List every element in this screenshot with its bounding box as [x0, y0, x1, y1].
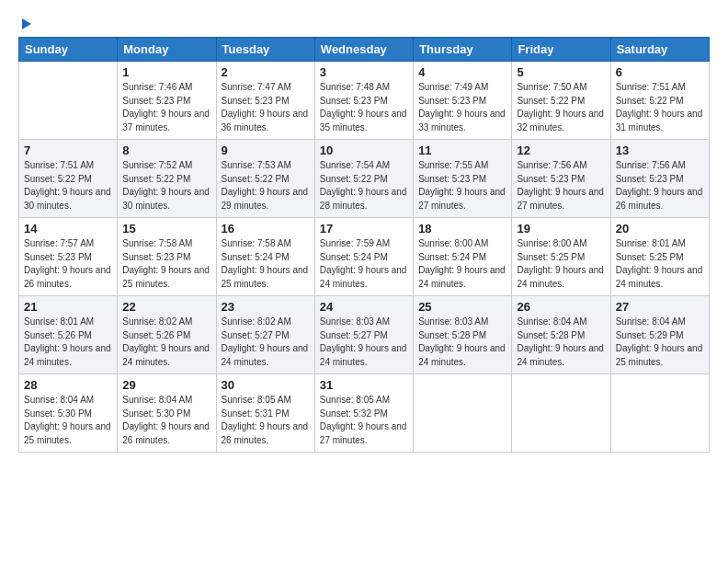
calendar-cell: 5Sunrise: 7:50 AMSunset: 5:22 PMDaylight… — [512, 62, 610, 140]
calendar-cell: 9Sunrise: 7:53 AMSunset: 5:22 PMDaylight… — [216, 140, 314, 218]
day-number: 3 — [320, 65, 408, 79]
day-info: Sunrise: 7:56 AMSunset: 5:23 PMDaylight:… — [616, 159, 704, 213]
day-number: 13 — [616, 144, 704, 157]
calendar-cell: 24Sunrise: 8:03 AMSunset: 5:27 PMDayligh… — [314, 296, 413, 374]
calendar-cell: 4Sunrise: 7:49 AMSunset: 5:23 PMDaylight… — [414, 62, 512, 140]
day-info: Sunrise: 8:04 AMSunset: 5:30 PMDaylight:… — [122, 394, 210, 447]
day-info: Sunrise: 8:05 AMSunset: 5:32 PMDaylight:… — [320, 394, 408, 447]
day-info: Sunrise: 8:02 AMSunset: 5:27 PMDaylight:… — [222, 316, 310, 369]
day-number: 27 — [616, 300, 704, 314]
calendar-header-tuesday: Tuesday — [216, 38, 314, 62]
calendar-week-row: 21Sunrise: 8:01 AMSunset: 5:26 PMDayligh… — [19, 296, 710, 374]
calendar-cell: 20Sunrise: 8:01 AMSunset: 5:25 PMDayligh… — [610, 218, 709, 296]
day-number: 22 — [122, 300, 210, 314]
day-number: 24 — [320, 300, 408, 314]
day-number: 7 — [24, 144, 112, 157]
day-info: Sunrise: 8:04 AMSunset: 5:28 PMDaylight:… — [517, 316, 605, 369]
day-number: 10 — [320, 144, 408, 157]
calendar-cell: 14Sunrise: 7:57 AMSunset: 5:23 PMDayligh… — [19, 218, 118, 296]
day-info: Sunrise: 8:03 AMSunset: 5:27 PMDaylight:… — [320, 316, 408, 369]
logo — [18, 17, 31, 29]
day-number: 6 — [616, 65, 704, 79]
day-number: 20 — [616, 222, 704, 236]
day-info: Sunrise: 7:56 AMSunset: 5:23 PMDaylight:… — [517, 159, 605, 213]
page: SundayMondayTuesdayWednesdayThursdayFrid… — [0, 0, 728, 563]
day-number: 17 — [320, 222, 408, 236]
calendar-header-monday: Monday — [118, 38, 216, 62]
day-info: Sunrise: 7:46 AMSunset: 5:23 PMDaylight:… — [122, 81, 210, 134]
calendar-cell — [414, 374, 512, 453]
calendar-cell: 19Sunrise: 8:00 AMSunset: 5:25 PMDayligh… — [512, 218, 610, 296]
day-info: Sunrise: 7:55 AMSunset: 5:23 PMDaylight:… — [418, 159, 506, 213]
day-info: Sunrise: 8:05 AMSunset: 5:31 PMDaylight:… — [222, 394, 310, 447]
calendar-cell: 1Sunrise: 7:46 AMSunset: 5:23 PMDaylight… — [118, 62, 216, 140]
calendar-cell: 7Sunrise: 7:51 AMSunset: 5:22 PMDaylight… — [19, 140, 118, 218]
logo-arrow-icon — [22, 18, 31, 29]
day-number: 12 — [517, 144, 605, 157]
calendar-table: SundayMondayTuesdayWednesdayThursdayFrid… — [18, 37, 710, 453]
header — [18, 17, 710, 29]
day-number: 8 — [122, 144, 210, 157]
day-info: Sunrise: 7:51 AMSunset: 5:22 PMDaylight:… — [24, 159, 112, 213]
calendar-cell: 16Sunrise: 7:58 AMSunset: 5:24 PMDayligh… — [216, 218, 314, 296]
day-info: Sunrise: 7:54 AMSunset: 5:22 PMDaylight:… — [320, 159, 408, 213]
day-number: 9 — [222, 144, 310, 157]
day-info: Sunrise: 8:01 AMSunset: 5:25 PMDaylight:… — [616, 237, 704, 291]
day-info: Sunrise: 7:58 AMSunset: 5:23 PMDaylight:… — [122, 237, 210, 291]
day-info: Sunrise: 7:57 AMSunset: 5:23 PMDaylight:… — [24, 237, 112, 291]
calendar-cell: 3Sunrise: 7:48 AMSunset: 5:23 PMDaylight… — [314, 62, 413, 140]
day-number: 23 — [222, 300, 310, 314]
day-info: Sunrise: 8:02 AMSunset: 5:26 PMDaylight:… — [122, 316, 210, 369]
calendar-week-row: 7Sunrise: 7:51 AMSunset: 5:22 PMDaylight… — [19, 140, 710, 218]
day-info: Sunrise: 7:52 AMSunset: 5:22 PMDaylight:… — [122, 159, 210, 213]
day-info: Sunrise: 7:48 AMSunset: 5:23 PMDaylight:… — [320, 81, 408, 134]
calendar-cell — [19, 62, 118, 140]
calendar-cell: 17Sunrise: 7:59 AMSunset: 5:24 PMDayligh… — [314, 218, 413, 296]
day-number: 28 — [24, 378, 112, 392]
calendar-cell: 27Sunrise: 8:04 AMSunset: 5:29 PMDayligh… — [610, 296, 709, 374]
day-info: Sunrise: 7:51 AMSunset: 5:22 PMDaylight:… — [616, 81, 704, 134]
calendar-header-friday: Friday — [512, 38, 610, 62]
calendar-cell: 18Sunrise: 8:00 AMSunset: 5:24 PMDayligh… — [414, 218, 512, 296]
day-number: 1 — [122, 65, 210, 79]
day-number: 11 — [418, 144, 506, 157]
day-number: 4 — [418, 65, 506, 79]
calendar-cell: 28Sunrise: 8:04 AMSunset: 5:30 PMDayligh… — [19, 374, 118, 453]
day-number: 18 — [418, 222, 506, 236]
day-info: Sunrise: 8:00 AMSunset: 5:24 PMDaylight:… — [418, 237, 506, 291]
day-number: 21 — [24, 300, 112, 314]
calendar-cell: 21Sunrise: 8:01 AMSunset: 5:26 PMDayligh… — [19, 296, 118, 374]
day-info: Sunrise: 8:03 AMSunset: 5:28 PMDaylight:… — [418, 316, 506, 369]
day-info: Sunrise: 7:53 AMSunset: 5:22 PMDaylight:… — [222, 159, 310, 213]
day-info: Sunrise: 7:50 AMSunset: 5:22 PMDaylight:… — [517, 81, 605, 134]
calendar-header-saturday: Saturday — [610, 38, 709, 62]
day-number: 29 — [122, 378, 210, 392]
calendar-cell: 23Sunrise: 8:02 AMSunset: 5:27 PMDayligh… — [216, 296, 314, 374]
day-number: 19 — [517, 222, 605, 236]
day-number: 2 — [222, 65, 310, 79]
day-info: Sunrise: 7:47 AMSunset: 5:23 PMDaylight:… — [222, 81, 310, 134]
calendar-cell: 22Sunrise: 8:02 AMSunset: 5:26 PMDayligh… — [118, 296, 216, 374]
day-info: Sunrise: 8:04 AMSunset: 5:29 PMDaylight:… — [616, 316, 704, 369]
calendar-cell: 30Sunrise: 8:05 AMSunset: 5:31 PMDayligh… — [216, 374, 314, 453]
calendar-cell: 26Sunrise: 8:04 AMSunset: 5:28 PMDayligh… — [512, 296, 610, 374]
calendar-cell: 8Sunrise: 7:52 AMSunset: 5:22 PMDaylight… — [118, 140, 216, 218]
day-info: Sunrise: 7:58 AMSunset: 5:24 PMDaylight:… — [222, 237, 310, 291]
calendar-cell: 15Sunrise: 7:58 AMSunset: 5:23 PMDayligh… — [118, 218, 216, 296]
day-info: Sunrise: 8:04 AMSunset: 5:30 PMDaylight:… — [24, 394, 112, 447]
calendar-cell — [512, 374, 610, 453]
day-number: 30 — [222, 378, 310, 392]
calendar-cell: 11Sunrise: 7:55 AMSunset: 5:23 PMDayligh… — [414, 140, 512, 218]
calendar-header-sunday: Sunday — [19, 38, 118, 62]
day-number: 31 — [320, 378, 408, 392]
day-number: 5 — [517, 65, 605, 79]
calendar-cell: 10Sunrise: 7:54 AMSunset: 5:22 PMDayligh… — [314, 140, 413, 218]
day-number: 16 — [222, 222, 310, 236]
calendar-week-row: 1Sunrise: 7:46 AMSunset: 5:23 PMDaylight… — [19, 62, 710, 140]
day-info: Sunrise: 7:59 AMSunset: 5:24 PMDaylight:… — [320, 237, 408, 291]
calendar-cell — [610, 374, 709, 453]
day-number: 15 — [122, 222, 210, 236]
day-info: Sunrise: 7:49 AMSunset: 5:23 PMDaylight:… — [418, 81, 506, 134]
calendar-cell: 29Sunrise: 8:04 AMSunset: 5:30 PMDayligh… — [118, 374, 216, 453]
calendar-cell: 25Sunrise: 8:03 AMSunset: 5:28 PMDayligh… — [414, 296, 512, 374]
